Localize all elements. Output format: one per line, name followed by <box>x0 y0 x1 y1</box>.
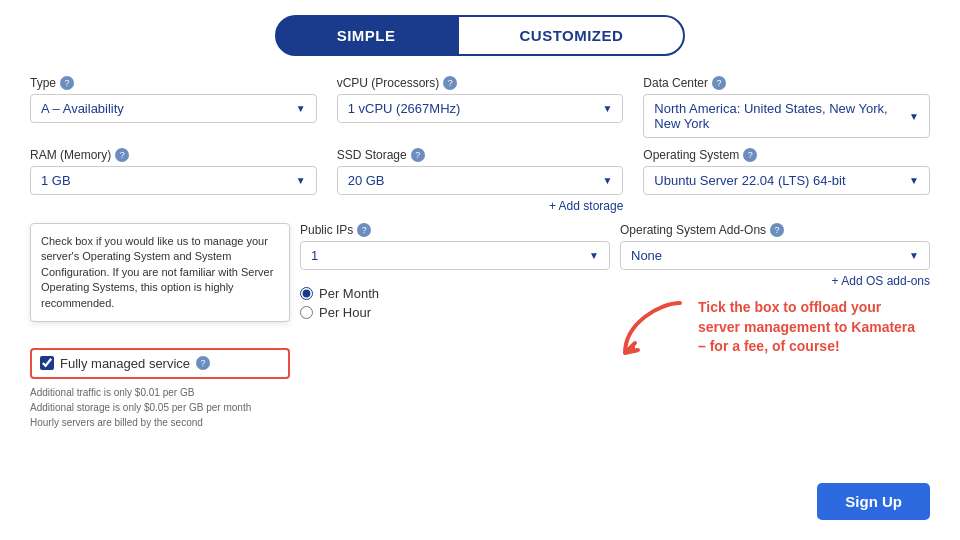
tab-switcher: SIMPLE CUSTOMIZED <box>30 15 930 56</box>
datacenter-label-text: Data Center <box>643 76 708 90</box>
type-group: Type ? A – Availability ▼ <box>30 76 317 138</box>
right-panel: Operating System Add-Ons ? None ▼ + Add … <box>620 223 930 430</box>
os-addons-label-text: Operating System Add-Ons <box>620 223 766 237</box>
vcpu-group: vCPU (Processors) ? 1 vCPU (2667MHz) ▼ <box>337 76 624 138</box>
datacenter-group: Data Center ? North America: United Stat… <box>643 76 930 138</box>
info-line-1: Additional traffic is only $0.01 per GB <box>30 385 290 400</box>
bottom-row: Check box if you would like us to manage… <box>30 223 930 430</box>
per-month-label: Per Month <box>319 286 379 301</box>
managed-service-checkbox[interactable] <box>40 356 54 370</box>
public-ips-chevron-icon: ▼ <box>589 250 599 261</box>
per-hour-label: Per Hour <box>319 305 371 320</box>
ssd-chevron-icon: ▼ <box>602 175 612 186</box>
vcpu-help-icon[interactable]: ? <box>443 76 457 90</box>
red-arrow-icon <box>620 298 690 363</box>
ram-select[interactable]: 1 GB ▼ <box>30 166 317 195</box>
per-month-row: Per Month <box>300 286 610 301</box>
os-addons-select[interactable]: None ▼ <box>620 241 930 270</box>
billing-options: Per Month Per Hour <box>300 286 610 324</box>
per-month-radio[interactable] <box>300 287 313 300</box>
info-line-3: Hourly servers are billed by the second <box>30 415 290 430</box>
form-row-2: RAM (Memory) ? 1 GB ▼ SSD Storage ? 20 G… <box>30 148 930 213</box>
page-wrapper: SIMPLE CUSTOMIZED Type ? A – Availabilit… <box>0 0 960 540</box>
ram-label: RAM (Memory) ? <box>30 148 317 162</box>
type-select[interactable]: A – Availability ▼ <box>30 94 317 123</box>
left-panel: Check box if you would like us to manage… <box>30 223 290 430</box>
os-addons-chevron-icon: ▼ <box>909 250 919 261</box>
managed-service-label: Fully managed service <box>60 356 190 371</box>
vcpu-label: vCPU (Processors) ? <box>337 76 624 90</box>
os-value: Ubuntu Server 22.04 (LTS) 64-bit <box>654 173 845 188</box>
os-addons-group: Operating System Add-Ons ? None ▼ + Add … <box>620 223 930 288</box>
public-ips-group: Public IPs ? 1 ▼ <box>300 223 610 270</box>
type-chevron-icon: ▼ <box>296 103 306 114</box>
vcpu-chevron-icon: ▼ <box>602 103 612 114</box>
add-storage-link[interactable]: + Add storage <box>337 199 624 213</box>
ram-chevron-icon: ▼ <box>296 175 306 186</box>
vcpu-value: 1 vCPU (2667MHz) <box>348 101 461 116</box>
public-ips-help-icon[interactable]: ? <box>357 223 371 237</box>
per-hour-row: Per Hour <box>300 305 610 320</box>
os-group: Operating System ? Ubuntu Server 22.04 (… <box>643 148 930 213</box>
datacenter-label: Data Center ? <box>643 76 930 90</box>
public-ips-select[interactable]: 1 ▼ <box>300 241 610 270</box>
form-row-1: Type ? A – Availability ▼ vCPU (Processo… <box>30 76 930 138</box>
tab-simple[interactable]: SIMPLE <box>275 15 458 56</box>
ram-label-text: RAM (Memory) <box>30 148 111 162</box>
ssd-label: SSD Storage ? <box>337 148 624 162</box>
public-ips-value: 1 <box>311 248 318 263</box>
type-value: A – Availability <box>41 101 124 116</box>
tooltip-text: Check box if you would like us to manage… <box>41 235 273 309</box>
datacenter-chevron-icon: ▼ <box>909 111 919 122</box>
os-label: Operating System ? <box>643 148 930 162</box>
os-chevron-icon: ▼ <box>909 175 919 186</box>
type-label-text: Type <box>30 76 56 90</box>
os-addons-label: Operating System Add-Ons ? <box>620 223 930 237</box>
middle-panel: Public IPs ? 1 ▼ Per Month Per Hour <box>300 223 610 430</box>
checkbox-spacer <box>30 330 290 344</box>
vcpu-label-text: vCPU (Processors) <box>337 76 440 90</box>
os-label-text: Operating System <box>643 148 739 162</box>
vcpu-select[interactable]: 1 vCPU (2667MHz) ▼ <box>337 94 624 123</box>
datacenter-help-icon[interactable]: ? <box>712 76 726 90</box>
ssd-group: SSD Storage ? 20 GB ▼ + Add storage <box>337 148 624 213</box>
os-addons-value: None <box>631 248 662 263</box>
type-help-icon[interactable]: ? <box>60 76 74 90</box>
managed-service-row: Fully managed service ? <box>30 348 290 379</box>
public-ips-label-text: Public IPs <box>300 223 353 237</box>
annotation-area: Tick the box to offload your server mana… <box>620 298 930 363</box>
ssd-label-text: SSD Storage <box>337 148 407 162</box>
per-hour-radio[interactable] <box>300 306 313 319</box>
tab-customized[interactable]: CUSTOMIZED <box>457 15 685 56</box>
datacenter-select[interactable]: North America: United States, New York, … <box>643 94 930 138</box>
ram-help-icon[interactable]: ? <box>115 148 129 162</box>
public-ips-label: Public IPs ? <box>300 223 610 237</box>
signup-button[interactable]: Sign Up <box>817 483 930 520</box>
annotation-text: Tick the box to offload your server mana… <box>698 298 918 357</box>
ssd-value: 20 GB <box>348 173 385 188</box>
os-help-icon[interactable]: ? <box>743 148 757 162</box>
os-select[interactable]: Ubuntu Server 22.04 (LTS) 64-bit ▼ <box>643 166 930 195</box>
type-label: Type ? <box>30 76 317 90</box>
tooltip-box: Check box if you would like us to manage… <box>30 223 290 322</box>
add-os-addons-link[interactable]: + Add OS add-ons <box>620 274 930 288</box>
os-addons-help-icon[interactable]: ? <box>770 223 784 237</box>
info-text: Additional traffic is only $0.01 per GB … <box>30 385 290 430</box>
managed-help-icon[interactable]: ? <box>196 356 210 370</box>
ram-value: 1 GB <box>41 173 71 188</box>
ram-group: RAM (Memory) ? 1 GB ▼ <box>30 148 317 213</box>
info-line-2: Additional storage is only $0.05 per GB … <box>30 400 290 415</box>
datacenter-value: North America: United States, New York, … <box>654 101 909 131</box>
ssd-help-icon[interactable]: ? <box>411 148 425 162</box>
ssd-select[interactable]: 20 GB ▼ <box>337 166 624 195</box>
